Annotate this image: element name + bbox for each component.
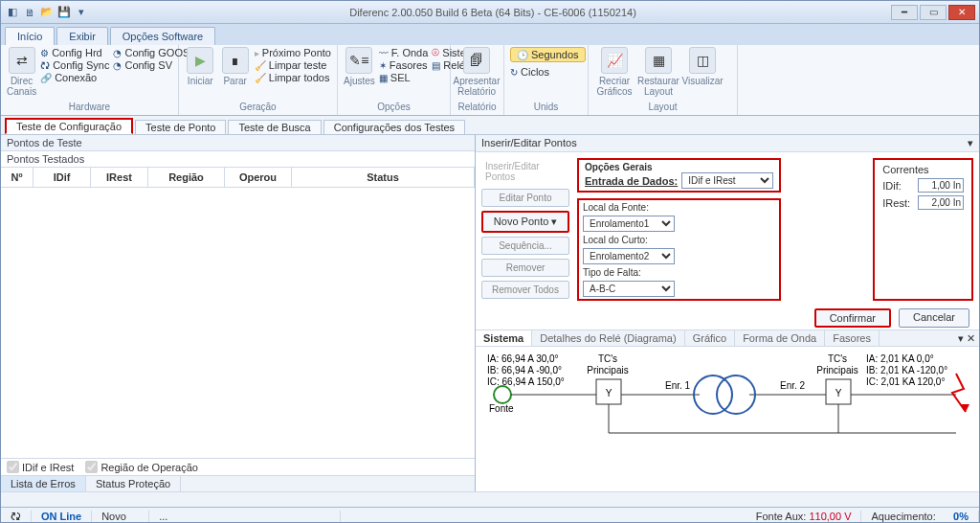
fasores-button[interactable]: ✶ Fasores [379, 59, 429, 71]
dtab-forma-onda[interactable]: Forma de Onda [735, 330, 825, 346]
sel-button[interactable]: ▦ SEL [379, 72, 429, 83]
sequencia-button[interactable]: Sequência... [481, 237, 569, 255]
tipo-falta-label: Tipo de Falta: [583, 267, 775, 278]
insert-edit-form: Inserir/Editar Pontos Editar Ponto Novo … [476, 152, 979, 307]
remover-todos-button[interactable]: Remover Todos [481, 281, 569, 299]
parar-button[interactable]: ∎Parar [219, 47, 250, 86]
local-curto-label: Local do Curto: [583, 235, 775, 245]
remover-button[interactable]: Remover [481, 259, 569, 277]
subtab-teste-configuracao[interactable]: Teste de Configuração [5, 118, 133, 134]
right-pane: Inserir/Editar Pontos▾ Inserir/Editar Po… [476, 135, 979, 491]
opcoes-gerais-header: Opções Gerais [585, 162, 773, 172]
col-idif[interactable]: IDif [33, 168, 91, 187]
restaurar-layout-button[interactable]: ▦Restaurar Layout [638, 47, 679, 97]
group-unids-label: Unids [510, 102, 582, 113]
config-sync-button[interactable]: 🗘 Config Sync [40, 59, 109, 71]
local-curto-select[interactable]: Enrolamento2 [583, 248, 675, 264]
section-pin-icon[interactable]: ▾ [968, 137, 973, 149]
app-icon: ◧ [5, 5, 20, 20]
system-diagram-svg: IA: 66,94 A 30,0° IB: 66,94 A -90,0° IC:… [483, 351, 971, 491]
qat-dropdown-icon[interactable]: ▾ [74, 5, 89, 20]
group-geracao-label: Geração [185, 102, 331, 113]
tipo-falta-select[interactable]: A-B-C [583, 281, 675, 297]
iniciar-button[interactable]: ▶Iniciar [185, 47, 215, 86]
group-hardware-label: Hardware [7, 102, 172, 113]
proximo-ponto-button[interactable]: ▸ Próximo Ponto [255, 47, 331, 58]
subtab-teste-busca[interactable]: Teste de Busca [228, 120, 321, 134]
visualizar-button[interactable]: ◫Visualizar [682, 47, 723, 86]
recriar-graficos-button[interactable]: 📈Recriar Gráficos [594, 47, 635, 97]
workarea: Pontos de Teste Pontos Testados Nº IDif … [1, 135, 979, 491]
cancelar-button[interactable]: Cancelar [899, 308, 969, 328]
tab-exibir[interactable]: Exibir [56, 27, 108, 45]
group-relatorio-label: Relatório [457, 102, 498, 113]
table-body [1, 188, 475, 458]
svg-text:IB: 2,01 KA -120,0°: IB: 2,01 KA -120,0° [866, 365, 947, 375]
pane-title-pontos-testados: Pontos Testados [1, 151, 475, 168]
novo-ponto-button[interactable]: Novo Ponto ▾ [481, 211, 569, 233]
open-icon[interactable]: 📂 [39, 5, 55, 20]
svg-text:Enr. 1: Enr. 1 [665, 380, 691, 391]
form-buttons-col: Inserir/Editar Pontos Editar Ponto Novo … [481, 158, 569, 301]
dtab-grafico[interactable]: Gráfico [685, 330, 735, 346]
limpar-todos-button[interactable]: 🧹 Limpar todos [255, 72, 331, 83]
table-header: Nº IDif IRest Região Operou Status [1, 168, 475, 188]
chk-regiao-operacao[interactable]: Região de Operação [85, 461, 198, 473]
diagram-area: IA: 66,94 A 30,0° IB: 66,94 A -90,0° IC:… [476, 347, 979, 491]
config-hrd-button[interactable]: ⚙ Config Hrd [40, 47, 109, 58]
col-n[interactable]: Nº [1, 168, 33, 187]
chk-idif-irest[interactable]: IDif e IRest [7, 461, 74, 473]
svg-text:Y: Y [835, 388, 842, 398]
close-button[interactable]: ✕ [948, 5, 975, 20]
status-conn-icon: 🗘 [1, 511, 32, 522]
local-fonte-select[interactable]: Enrolamento1 [583, 216, 675, 232]
maximize-button[interactable]: ▭ [920, 5, 947, 20]
svg-text:TC's: TC's [828, 353, 847, 364]
idif-input[interactable] [918, 178, 964, 193]
form-subheader: Inserir/Editar Pontos [481, 158, 569, 185]
dtab-fasores[interactable]: Fasores [825, 330, 880, 346]
col-irest[interactable]: IRest [91, 168, 148, 187]
subtab-teste-ponto[interactable]: Teste de Ponto [135, 120, 226, 134]
save-icon[interactable]: 💾 [56, 5, 72, 20]
spacer-bar [1, 491, 979, 507]
svg-text:Fonte: Fonte [489, 403, 514, 414]
sub-tabs: Teste de Configuração Teste de Ponto Tes… [1, 116, 979, 135]
group-layout-label: Layout [594, 102, 731, 113]
editar-ponto-button[interactable]: Editar Ponto [481, 189, 569, 207]
direc-canais-button[interactable]: ⇄Direc Canais [7, 47, 36, 97]
dtab-sistema[interactable]: Sistema [476, 330, 532, 346]
col-status[interactable]: Status [292, 168, 475, 187]
ajustes-button[interactable]: ✎≡Ajustes [344, 47, 375, 86]
tab-status-protecao[interactable]: Status Proteção [86, 476, 181, 491]
entrada-dados-select[interactable]: IDif e IRest [681, 172, 773, 189]
minimize-button[interactable]: ━ [891, 5, 918, 20]
new-icon[interactable]: 🗎 [22, 5, 37, 20]
col-operou[interactable]: Operou [225, 168, 292, 187]
apresentar-relatorio-button[interactable]: 🗐Apresentar Relatório [457, 47, 497, 97]
group-opcoes-label: Opções [344, 102, 444, 113]
svg-text:Principais: Principais [587, 365, 628, 375]
confirmar-button[interactable]: Confirmar [814, 308, 891, 328]
chevron-down-icon: ▾ [551, 216, 557, 227]
col-regiao[interactable]: Região [148, 168, 225, 187]
diagram-pin-icon[interactable]: ▾ ✕ [954, 332, 979, 345]
limpar-teste-button[interactable]: 🧹 Limpar teste [255, 59, 331, 71]
irest-input[interactable] [918, 195, 964, 210]
bottom-tabs: Lista de Erros Status Proteção [1, 475, 475, 491]
dtab-detalhes[interactable]: Detalhes do Relé (Diagrama) [532, 330, 684, 346]
f-onda-button[interactable]: 〰 F. Onda [379, 47, 429, 58]
tab-inicio[interactable]: Início [5, 27, 55, 45]
status-bar: 🗘 ON Line Novo ... Fonte Aux: 110,00 V A… [1, 507, 979, 523]
correntes-header: Correntes [882, 164, 964, 175]
idif-label: IDif: [882, 180, 902, 192]
tab-lista-erros[interactable]: Lista de Erros [1, 476, 86, 491]
subtab-config-testes[interactable]: Configurações dos Testes [323, 120, 465, 134]
diagram-tabs: Sistema Detalhes do Relé (Diagrama) Gráf… [476, 330, 979, 347]
segundos-button[interactable]: 🕒 Segundos [510, 47, 586, 62]
conexao-button[interactable]: 🔗 Conexão [40, 72, 109, 83]
tab-opcoes-software[interactable]: Opções Software [110, 27, 215, 45]
svg-text:TC's: TC's [598, 353, 617, 364]
ciclos-button[interactable]: ↻ Ciclos [510, 66, 586, 78]
status-aquecimento: Aquecimento: 0% [861, 511, 979, 522]
